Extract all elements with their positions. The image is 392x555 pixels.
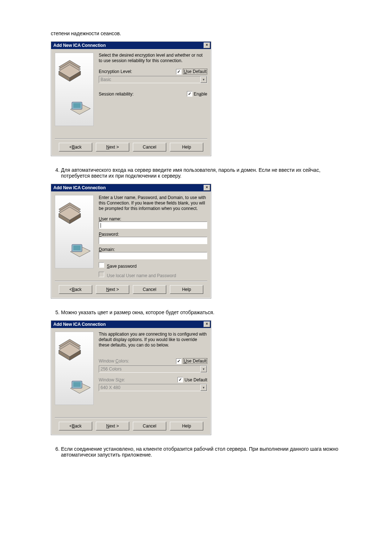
back-button[interactable]: < Back [59,422,92,430]
wizard-graphic [55,53,94,126]
dialog-credentials: Add New ICA Connection × [51,184,211,299]
dialog-intro: This application you are connecting to i… [99,332,207,348]
intro-text: степени надежности сеансов. [51,31,341,36]
cancel-button[interactable]: Cancel [133,422,166,430]
use-default-colors-checkbox[interactable]: Use Default [176,358,207,364]
dialog-encryption: Add New ICA Connection × [51,41,211,156]
dialog-display-options: Add New ICA Connection × [51,320,211,435]
encryption-level-select: Basic ▼ [99,76,207,83]
encryption-level-label: Encryption Level: [99,69,176,74]
svg-rect-7 [73,103,81,108]
checkbox-icon [99,262,104,268]
close-button[interactable]: × [204,321,210,327]
next-button[interactable]: Next > [96,143,129,151]
password-input[interactable] [99,237,207,244]
username-input[interactable] [99,222,207,229]
svg-rect-15 [73,246,81,250]
step-4-text: Для автоматического входа на сервер введ… [61,167,341,179]
use-default-size-checkbox[interactable]: Use Default [177,377,207,382]
cancel-button[interactable]: Cancel [133,285,166,294]
dialog-title: Add New ICA Connection [53,185,106,190]
session-reliability-label: Session reliability: [99,92,187,97]
checkbox-icon [177,377,183,382]
titlebar: Add New ICA Connection × [51,42,211,49]
next-button[interactable]: Next > [96,285,129,294]
domain-input[interactable] [99,252,207,259]
window-colors-select: 256 Colors ▼ [99,365,207,373]
chevron-down-icon: ▼ [200,366,207,372]
checkbox-icon [187,91,192,97]
chevron-down-icon: ▼ [200,76,207,83]
use-local-credentials-checkbox: Use local User name and Password [99,272,207,278]
dialog-title: Add New ICA Connection [53,322,106,327]
window-size-select: 640 X 480 ▼ [99,384,207,391]
dialog-intro: Enter a User name, Password, and Domain,… [99,195,207,211]
use-default-encryption-checkbox[interactable]: Use Default [176,69,207,74]
help-button[interactable]: Help [170,422,203,430]
titlebar: Add New ICA Connection × [51,321,211,328]
dialog-intro: Select the desired encryption level and … [99,53,207,64]
dialog-title: Add New ICA Connection [53,43,106,48]
back-button[interactable]: < Back [59,285,92,294]
cancel-button[interactable]: Cancel [133,143,166,151]
checkbox-icon [99,272,104,277]
chevron-down-icon: ▼ [200,384,207,391]
domain-label: Domain: [99,247,115,252]
close-button[interactable]: × [204,185,210,191]
wizard-graphic [55,195,94,268]
help-button[interactable]: Help [170,285,203,294]
next-button[interactable]: Next > [96,422,129,430]
titlebar: Add New ICA Connection × [51,184,211,191]
checkbox-icon [176,69,181,74]
save-password-checkbox[interactable]: Save password [99,262,207,269]
wizard-graphic [55,332,94,405]
close-button[interactable]: × [204,42,210,48]
window-colors-label: Window Colors: [99,358,176,364]
checkbox-icon [176,358,181,364]
back-button[interactable]: < Back [59,143,92,151]
password-label: Password: [99,232,119,237]
step-5-text: Можно указать цвет и размер окна, которо… [61,309,341,315]
enable-session-reliability-checkbox[interactable]: Enable [187,91,207,97]
help-button[interactable]: Help [170,143,203,151]
window-size-label: Window Size: [99,377,177,382]
svg-rect-23 [73,382,81,387]
username-label: User name: [99,216,121,222]
step-6-text: Если соединение установлено, на клиенте … [61,446,341,458]
